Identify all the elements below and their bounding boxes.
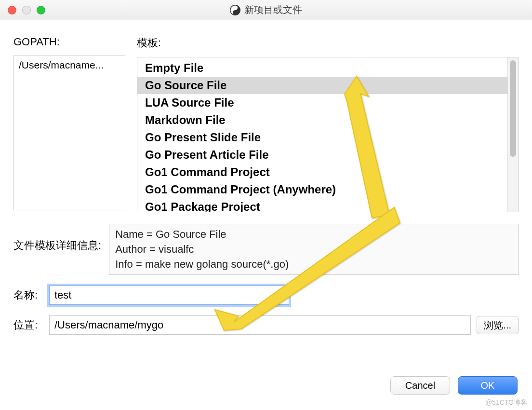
browse-button[interactable]: 浏览...: [477, 316, 519, 334]
name-label: 名称:: [13, 288, 43, 302]
window-title: 新项目或文件: [244, 3, 302, 16]
template-item-go-present-article[interactable]: Go Present Article File: [137, 146, 507, 164]
name-input[interactable]: [49, 286, 289, 305]
dialog-content: GOPATH: /Users/macname... 模板: Empty File…: [0, 20, 532, 344]
template-item-go1-command-project-anywhere[interactable]: Go1 Command Project (Anywhere): [137, 181, 507, 198]
template-item-markdown-file[interactable]: Markdown File: [137, 111, 507, 129]
location-label: 位置:: [13, 318, 43, 332]
watermark: @51CTO博客: [485, 398, 527, 407]
template-scrollbar[interactable]: [507, 57, 518, 212]
gopath-item[interactable]: /Users/macname...: [19, 59, 120, 71]
template-item-lua-source-file[interactable]: LUA Source File: [137, 94, 507, 111]
template-item-go-present-slide[interactable]: Go Present Slide File: [137, 129, 507, 146]
template-list[interactable]: Empty File Go Source File LUA Source Fil…: [137, 57, 507, 212]
location-row: 位置: 浏览...: [13, 315, 519, 335]
template-item-go1-command-project[interactable]: Go1 Command Project: [137, 164, 507, 181]
location-input[interactable]: [49, 315, 471, 335]
details-row: 文件模板详细信息: Name = Go Source File Author =…: [13, 224, 519, 275]
template-list-box: Empty File Go Source File LUA Source Fil…: [137, 57, 519, 212]
gopath-label: GOPATH:: [13, 36, 125, 48]
gopath-column: GOPATH: /Users/macname...: [13, 36, 125, 212]
details-label: 文件模板详细信息:: [13, 224, 101, 253]
template-scroll-thumb[interactable]: [510, 60, 516, 157]
titlebar: 新项目或文件: [0, 0, 532, 20]
dialog-footer: Cancel OK: [390, 376, 518, 395]
template-item-go-source-file[interactable]: Go Source File: [137, 77, 507, 94]
traffic-lights: [0, 6, 45, 14]
svg-point-2: [234, 12, 236, 13]
cancel-button[interactable]: Cancel: [390, 376, 450, 395]
gopath-list[interactable]: /Users/macname...: [13, 55, 125, 210]
svg-point-0: [230, 5, 240, 15]
window-title-wrap: 新项目或文件: [0, 3, 532, 16]
template-label: 模板:: [137, 36, 519, 50]
zoom-window-button[interactable]: [37, 6, 45, 14]
template-item-empty-file[interactable]: Empty File: [137, 59, 507, 77]
minimize-window-button[interactable]: [22, 6, 31, 14]
details-text: Name = Go Source File Author = visualfc …: [109, 224, 519, 275]
svg-point-1: [234, 7, 236, 8]
yin-yang-icon: [230, 5, 240, 15]
close-window-button[interactable]: [8, 6, 16, 14]
ok-button[interactable]: OK: [458, 376, 518, 395]
name-row: 名称:: [13, 286, 519, 305]
template-column: 模板: Empty File Go Source File LUA Source…: [137, 36, 519, 212]
template-item-go1-package-project[interactable]: Go1 Package Project: [137, 198, 507, 212]
